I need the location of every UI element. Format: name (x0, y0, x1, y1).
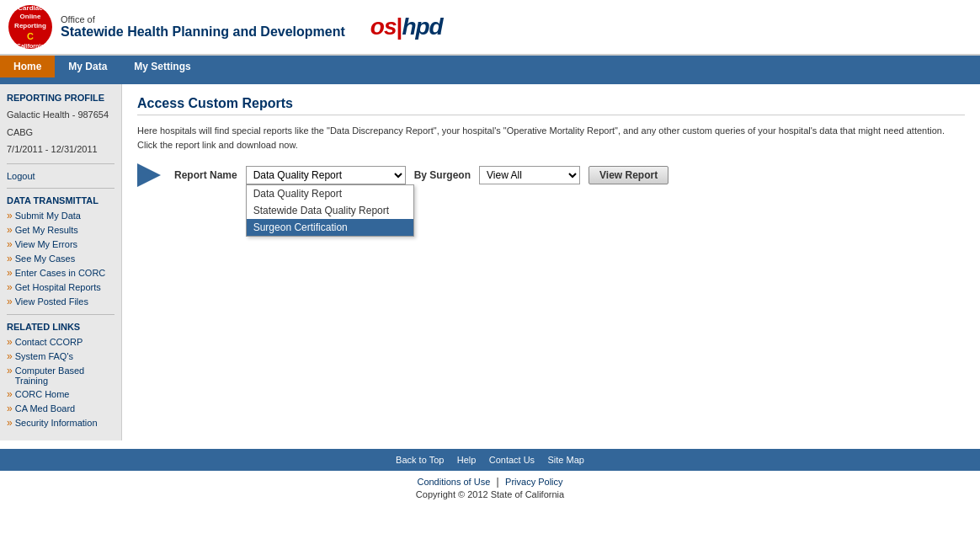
footer-site-map[interactable]: Site Map (547, 455, 583, 465)
footer-legal: Conditions of Use | Privacy Policy Copyr… (0, 471, 980, 504)
data-transmittal-title: DATA TRANSMITTAL (7, 195, 115, 205)
sidebar-item-security-information[interactable]: »Security Information (7, 418, 115, 429)
blue-arrow-indicator (137, 163, 161, 187)
dropdown-item-surgeon-cert[interactable]: Surgeon Certification (247, 219, 413, 236)
footer-back-to-top[interactable]: Back to Top (396, 455, 444, 465)
date-range-label: 7/1/2011 - 12/31/2011 (7, 142, 115, 157)
report-name-label: Report Name (174, 169, 237, 181)
logout-link[interactable]: Logout (7, 171, 115, 181)
nav-tab-home[interactable]: Home (0, 56, 55, 77)
sidebar-divider-3 (7, 314, 115, 315)
sidebar-item-computer-based-training[interactable]: »Computer Based Training (7, 366, 115, 386)
header: Cardiac Online Reporting C California Of… (0, 0, 980, 56)
sidebar-item-corc-home[interactable]: »CORC Home (7, 389, 115, 400)
nav-bar: Home My Data My Settings (0, 56, 980, 77)
oshpd-logo: os|hpd (370, 13, 443, 40)
office-of-label: Office of (61, 14, 345, 24)
report-form: Report Name Data Quality Report Data Qua… (137, 163, 965, 187)
hospital-name: Galactic Health - 987654 (7, 108, 115, 122)
footer-contact-us[interactable]: Contact Us (489, 455, 535, 465)
sidebar-item-enter-cases-corc[interactable]: »Enter Cases in CORC (7, 268, 115, 279)
by-surgeon-label: By Surgeon (414, 169, 471, 181)
conditions-of-use-link[interactable]: Conditions of Use (417, 477, 490, 487)
nav-tab-mysettings[interactable]: My Settings (120, 56, 204, 77)
logo-circle: Cardiac Online Reporting C California (8, 5, 52, 49)
logo-text-area: Office of Statewide Health Planning and … (61, 14, 345, 40)
sidebar-divider-1 (7, 163, 115, 164)
main-layout: REPORTING PROFILE Galactic Health - 9876… (0, 84, 980, 440)
statewide-label: Statewide Health Planning and Developmen… (61, 24, 345, 40)
dropdown-item-data-quality[interactable]: Data Quality Report (247, 185, 413, 202)
related-links-title: RELATED LINKS (7, 322, 115, 332)
report-name-dropdown-menu: Data Quality Report Statewide Data Quali… (246, 184, 414, 237)
nav-tab-mydata[interactable]: My Data (55, 56, 120, 77)
sidebar-item-contact-ccorp[interactable]: »Contact CCORP (7, 337, 115, 348)
blue-divider-bar (0, 77, 980, 84)
dropdown-item-statewide[interactable]: Statewide Data Quality Report (247, 202, 413, 219)
sidebar-divider-2 (7, 188, 115, 189)
description-text: Here hospitals will find special reports… (137, 124, 965, 152)
copyright-text: Copyright © 2012 State of California (5, 489, 975, 499)
sidebar-item-system-faq[interactable]: »System FAQ's (7, 351, 115, 362)
sidebar-item-see-my-cases[interactable]: »See My Cases (7, 253, 115, 264)
sidebar-item-submit-my-data[interactable]: »Submit My Data (7, 211, 115, 221)
privacy-policy-link[interactable]: Privacy Policy (505, 477, 562, 487)
sidebar-item-get-hospital-reports[interactable]: »Get Hospital Reports (7, 282, 115, 293)
logo-area: Cardiac Online Reporting C California Of… (8, 5, 443, 49)
by-surgeon-select[interactable]: View All (479, 166, 580, 184)
footer-nav: Back to Top Help Contact Us Site Map (0, 449, 980, 471)
view-report-button[interactable]: View Report (589, 166, 668, 184)
content-area: Access Custom Reports Here hospitals wil… (122, 84, 980, 440)
footer-help[interactable]: Help (457, 455, 477, 465)
report-name-dropdown-container: Data Quality Report Data Quality Report … (246, 166, 406, 184)
sidebar: REPORTING PROFILE Galactic Health - 9876… (0, 84, 122, 440)
sidebar-item-get-my-results[interactable]: »Get My Results (7, 225, 115, 236)
report-name-select[interactable]: Data Quality Report (246, 166, 406, 184)
sidebar-item-view-posted-files[interactable]: »View Posted Files (7, 296, 115, 307)
procedure-label: CABG (7, 125, 115, 140)
sidebar-item-ca-med-board[interactable]: »CA Med Board (7, 403, 115, 414)
footer-separator: | (497, 476, 499, 488)
page-title: Access Custom Reports (137, 96, 965, 115)
reporting-profile-title: REPORTING PROFILE (7, 93, 115, 103)
sidebar-item-view-my-errors[interactable]: »View My Errors (7, 239, 115, 250)
